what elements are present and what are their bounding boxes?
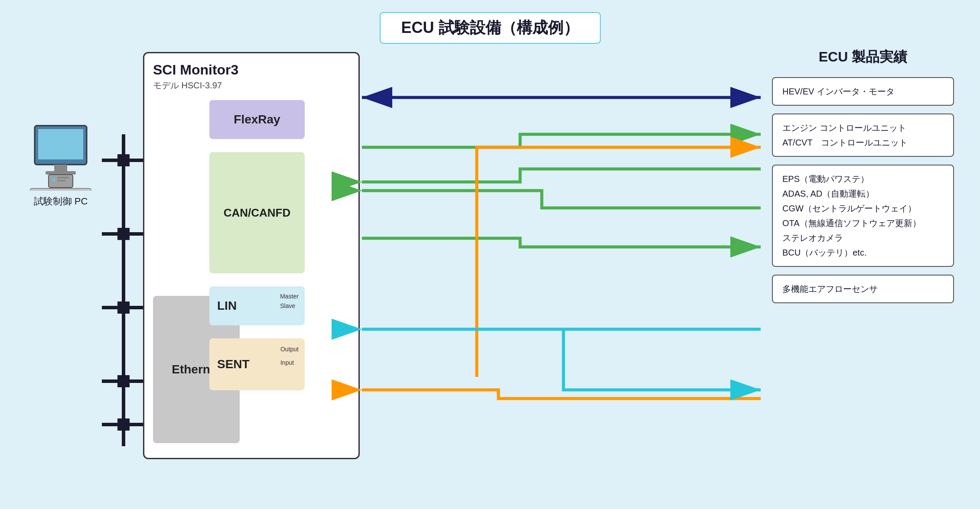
ecu-box-2: EPS（電動パワステ） ADAS, AD（自動運転） CGW（セントラルゲートウ… [772,165,954,267]
svg-rect-1 [38,129,83,159]
ecu-box-2-line-4: ステレオカメラ [782,233,843,243]
ecu-box-2-line-0: EPS（電動パワステ） [782,174,869,184]
orange-arrow-sent-input [362,390,761,399]
sent-block: SENT Output Input [209,338,305,390]
lin-sub-labels: Master Slave [280,292,299,311]
ecu-panel: ECU 製品実績 HEV/EV インバータ・モータ エンジン コントロールユニッ… [772,48,954,311]
ecu-box-3: 多機能エアフローセンサ [772,275,954,303]
orange-arrow-up-engine [477,147,761,377]
ecu-box-1: エンジン コントロールユニット AT/CVT コントロールユニット [772,113,954,157]
can-block: CAN/CANFD [209,152,305,273]
svg-rect-6 [57,177,69,178]
can-arrow-eps [362,238,761,247]
pc-icon [26,121,95,191]
ecu-box-0-line-0: HEV/EV インバータ・モータ [782,87,895,96]
ecu-box-1-line-0: エンジン コントロールユニット [782,123,906,133]
pc-area: 試験制御 PC [26,121,95,208]
svg-rect-18 [117,302,130,314]
can-arrow-in1 [362,169,761,182]
ecu-box-2-line-2: CGW（セントラルゲートウェイ） [782,204,916,213]
instrument-title: SCI Monitor3 [153,62,350,78]
can-arrow-in2 [362,191,761,208]
svg-rect-2 [54,165,67,172]
svg-rect-17 [117,228,130,240]
ecu-box-1-line-1: AT/CVT コントロールユニット [782,138,908,147]
instrument-model: モデル HSCI-3.97 [153,80,350,91]
flexray-block: FlexRay [209,100,305,139]
svg-rect-19 [117,375,130,387]
svg-rect-16 [117,154,130,166]
svg-point-5 [52,178,55,182]
sent-sub-labels: Output Input [280,343,299,370]
svg-rect-20 [117,418,130,431]
svg-rect-3 [46,171,76,175]
page-title: ECU 試験設備（構成例） [379,12,600,44]
instrument-box: SCI Monitor3 モデル HSCI-3.97 FlexRay CAN/C… [143,52,360,459]
ecu-box-3-line-0: 多機能エアフローセンサ [782,284,878,294]
can-arrow-engine [362,134,761,147]
ecu-box-2-line-3: OTA（無線通信ソフトウェア更新） [782,218,921,228]
ecu-panel-title: ECU 製品実績 [772,48,954,67]
svg-rect-9 [33,190,89,191]
cyan-arrow-airflow [563,329,761,390]
ecu-box-0: HEV/EV インバータ・モータ [772,77,954,106]
ecu-box-2-line-1: ADAS, AD（自動運転） [782,189,874,198]
pc-label: 試験制御 PC [34,195,88,208]
ecu-box-2-line-5: BCU（バッテリ）etc. [782,248,866,257]
lin-block: LIN Master Slave [209,286,305,325]
svg-rect-7 [57,180,66,182]
